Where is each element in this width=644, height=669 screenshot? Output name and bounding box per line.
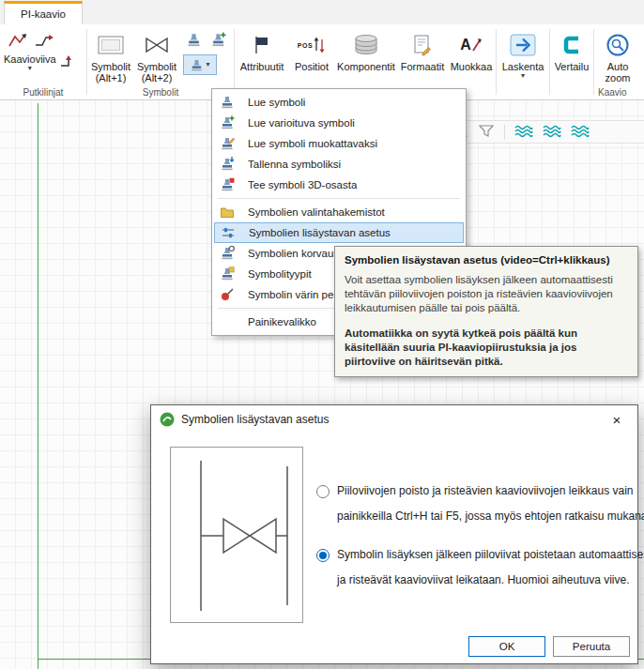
application-window: PI-kaavio Kaavioviiva ▾ Putkilinjat [0,0,644,669]
radio1-text-line2: painikkeilla Ctrl+H tai F5, jossa myös e… [337,504,644,529]
app-icon [160,412,175,427]
valve-bowtie-icon [143,29,171,61]
chevron-down-icon: ▾ [206,61,209,68]
symbolit1-label-line2: (Alt+1) [91,72,130,84]
diagram-line-tool-2-button[interactable] [34,31,54,52]
canvas-filter-toolbar [443,120,644,144]
color-icon [220,287,240,302]
wave-layer-icon[interactable] [571,124,590,140]
autozoom-button[interactable]: Auto zoom [594,24,641,84]
radio2-text-line2: ja risteävät kaavioviivat leikataan. Huo… [337,568,644,593]
symbolit2-label-line2: (Alt+2) [137,72,176,84]
dialog-title-bar[interactable]: Symbolien lisäystavan asetus [151,405,637,433]
chevron-down-icon: ▾ [28,65,32,72]
stamp-plus-icon [220,115,240,130]
dialog-close-button[interactable]: × [596,405,637,433]
komponentit-label: Komponentit [337,61,395,72]
stamp-icon [220,95,240,110]
autozoom-label-line2: zoom [606,72,631,84]
edit-letter-icon: A [460,29,483,61]
cancel-button[interactable]: Peruuta [553,636,630,657]
folder-icon [220,205,240,220]
filter-funnel-icon[interactable] [478,124,495,140]
menu-item-symbolien-valintahakemistot[interactable]: Symbolien valintahakemistot [214,202,464,222]
attribute-flag-icon [251,29,273,61]
tab-label: PI-kaavio [21,8,66,20]
wave-layer-icon[interactable] [514,124,533,140]
symbol-tool-button-1[interactable] [183,30,204,49]
radio-selected-icon[interactable] [316,549,330,562]
menu-item-tallenna-symboliksi[interactable]: Tallenna symboliksi [214,154,464,175]
toolbar-separator [504,125,505,140]
autozoom-label-line1: Auto [606,61,631,72]
position-pos-icon: POS [298,29,326,61]
attribuutit-label: Attribuutit [240,61,284,72]
kaavioviiva-dropdown-button[interactable]: Kaavioviiva ▾ [4,53,56,72]
menu-item-tee-symboli-3d-osasta[interactable]: Tee symboli 3D-osasta [214,175,464,195]
formaatit-label: Formaatit [401,61,444,72]
symbol-tool-button-2[interactable] [207,30,228,49]
menu-item-lue-symboli[interactable]: Lue symboli [214,92,464,113]
calculation-run-icon [509,29,537,61]
stamp-gear-icon [220,246,240,261]
diagram-line-tool-1-button[interactable] [8,31,28,52]
group-label-putkilinjat: Putkilinjat [0,87,86,98]
document-edit-icon [411,29,434,61]
autozoom-magnifier-icon [606,29,630,61]
symbolit2-label-line1: Symbolit [137,61,176,72]
database-cylinder-icon [352,29,380,61]
ok-button[interactable]: OK [468,636,545,657]
ribbon-group-putkilinjat: Kaavioviiva ▾ Putkilinjat [0,24,86,99]
menu-separator [218,198,460,199]
menu-item-lue-varioituva-symboli[interactable]: Lue varioituva symboli [214,113,464,133]
line-direction-arrow-button[interactable] [59,53,76,70]
vertailu-button[interactable]: Vertailu [550,24,593,99]
stamp-save-icon [220,157,240,172]
sheet-border-left [38,103,38,669]
wave-layer-icon[interactable] [543,124,561,140]
symbolit-alt2-button[interactable]: Symbolit (Alt+2) [134,24,179,84]
stamp-edit-icon [220,136,240,151]
radio2-text-line1: Symbolin lisäyksen jälkeen piiloviivat p… [337,542,644,568]
ribbon-tab-bar: PI-kaavio [0,0,644,24]
menu-item-tooltip: Symbolien lisäystavan asetus (video=Ctrl… [334,246,638,377]
symbolit1-label-line1: Symbolit [91,61,130,72]
radio-option-manual[interactable]: Piiloviivojen poisto ja risteävien kaavi… [316,479,630,529]
stamp-types-icon [220,266,240,281]
valve-symbol-preview [171,448,302,622]
stamp-icon [190,58,204,72]
symbol-placeholder-icon [97,29,125,61]
blank-icon [220,314,240,329]
symbol-preview-box [170,447,303,623]
chevron-down-icon: ▾ [521,72,525,80]
tooltip-paragraph-2: Automatiikka on syytä kytkeä pois päältä… [345,327,617,369]
dialog-title: Symbolien lisäystavan asetus [181,413,329,426]
close-icon: × [613,412,621,428]
tooltip-paragraph-1: Voit asettaa symbolien lisäyksen jälkeen… [345,273,622,315]
radio-unselected-icon[interactable] [316,485,330,498]
stamp-3d-icon [220,177,240,192]
menu-item-symbolien-lisaystavan-asetus[interactable]: Symbolien lisäystavan asetus [214,222,464,243]
symbolit-alt1-button[interactable]: Symbolit (Alt+1) [87,24,134,84]
group-label-kaavio: Kaavio [598,87,641,98]
radio1-text-line1: Piiloviivojen poisto ja risteävien kaavi… [337,479,644,504]
symbol-menu-dropdown-button[interactable]: ▾ [183,54,217,75]
positiot-label: Positiot [295,61,329,72]
vertailu-label: Vertailu [555,61,590,72]
muokkaa-label: Muokkaa [451,61,493,72]
symbol-insert-settings-dialog: Symbolien lisäystavan asetus × Piiloviiv… [150,404,638,664]
sliders-icon [221,225,241,240]
laskenta-button[interactable]: Laskenta ▾ [497,24,549,99]
compare-c-icon [560,29,583,61]
radio-option-automatic[interactable]: Symbolin lisäyksen jälkeen piiloviivat p… [316,542,630,593]
tooltip-title: Symbolien lisäystavan asetus (video=Ctrl… [345,254,628,266]
menu-item-lue-symboli-muokattavaksi[interactable]: Lue symboli muokattavaksi [214,133,464,154]
ribbon-group-kaavio: Auto zoom Kaavio [594,24,641,99]
tab-pi-kaavio[interactable]: PI-kaavio [4,1,83,24]
